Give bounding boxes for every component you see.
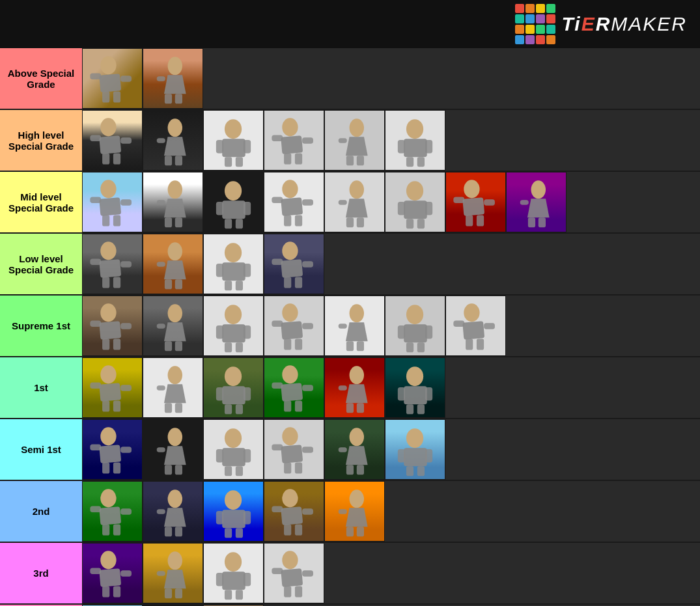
svg-rect-208 [284, 463, 291, 474]
svg-rect-229 [157, 509, 165, 514]
char-inner-1st-4 [264, 358, 324, 417]
svg-rect-30 [272, 135, 283, 141]
char-card-1st-3 [203, 357, 264, 418]
char-inner-sup-4 [264, 296, 324, 355]
svg-rect-203 [236, 466, 243, 476]
char-inner-above-1 [83, 49, 142, 108]
tier-row-above: Above Special Grade [0, 48, 700, 110]
svg-rect-166 [216, 387, 223, 401]
svg-rect-32 [284, 154, 291, 165]
char-card-semi-2 [143, 419, 203, 480]
char-card-low-2 [143, 234, 203, 294]
svg-rect-213 [346, 465, 354, 475]
char-inner-1st-1 [83, 358, 142, 417]
svg-rect-220 [417, 466, 425, 476]
svg-point-170 [282, 365, 298, 383]
svg-rect-151 [466, 339, 473, 350]
tier-label-1st: 1st [0, 357, 82, 418]
svg-rect-116 [120, 323, 132, 329]
svg-point-153 [100, 365, 116, 383]
svg-rect-94 [102, 277, 109, 288]
char-card-3rd-2 [143, 543, 203, 603]
tiermaker-logo: TiERMAKER [515, 4, 688, 44]
svg-rect-270 [284, 586, 291, 598]
svg-rect-99 [165, 279, 172, 289]
char-inner-low-3 [204, 234, 263, 294]
svg-point-79 [464, 180, 479, 198]
char-inner-sup-3 [204, 296, 263, 355]
svg-rect-201 [244, 449, 251, 463]
svg-marker-18 [164, 137, 186, 156]
svg-marker-211 [346, 446, 368, 465]
svg-rect-225 [102, 525, 109, 536]
svg-rect-184 [425, 387, 432, 401]
char-inner-high-6 [385, 111, 445, 170]
char-card-high-4 [264, 110, 324, 171]
svg-point-215 [406, 428, 423, 448]
svg-rect-20 [165, 156, 172, 165]
svg-rect-10 [175, 94, 182, 103]
char-inner-2nd-1 [83, 482, 142, 541]
svg-rect-83 [466, 215, 473, 227]
char-inner-2nd-2 [143, 482, 203, 541]
svg-rect-263 [244, 573, 251, 586]
tier-content-high [82, 110, 700, 171]
logo-grid [515, 4, 555, 44]
svg-point-198 [225, 428, 242, 448]
char-card-high-3 [203, 110, 264, 171]
char-inner-semi-2 [143, 420, 203, 479]
svg-rect-76 [425, 202, 432, 215]
char-inner-mid-5 [325, 172, 384, 232]
svg-rect-271 [295, 586, 302, 598]
char-card-2nd-3 [203, 481, 264, 542]
svg-rect-5 [113, 92, 120, 103]
svg-marker-194 [164, 446, 186, 465]
svg-rect-186 [417, 404, 425, 414]
svg-rect-172 [272, 383, 283, 389]
header-bar: TiERMAKER [0, 0, 700, 48]
svg-rect-168 [225, 404, 232, 414]
svg-point-164 [225, 366, 242, 386]
char-card-3rd-1 [82, 543, 143, 603]
svg-rect-158 [113, 401, 120, 412]
char-inner-above-2 [143, 49, 203, 108]
svg-rect-127 [244, 325, 251, 339]
svg-rect-202 [225, 466, 232, 476]
tier-rows: Above Special Grade High level Special G… [0, 48, 700, 606]
svg-marker-69 [346, 199, 368, 217]
svg-point-22 [225, 119, 242, 139]
svg-rect-105 [225, 281, 232, 290]
svg-rect-67 [295, 215, 302, 227]
char-inner-low-2 [143, 234, 203, 294]
svg-rect-103 [216, 264, 223, 277]
tier-label-2nd: 2nd [0, 481, 82, 542]
svg-marker-228 [164, 508, 186, 527]
char-card-sup-3 [203, 296, 264, 356]
svg-rect-122 [165, 341, 172, 351]
svg-rect-171 [281, 383, 303, 402]
char-card-sup-5 [324, 296, 385, 356]
svg-rect-27 [236, 157, 243, 167]
svg-rect-258 [165, 588, 172, 598]
svg-marker-86 [527, 199, 550, 217]
svg-rect-239 [281, 506, 303, 525]
svg-marker-97 [164, 260, 186, 279]
svg-point-51 [168, 180, 182, 199]
svg-point-90 [100, 241, 116, 260]
svg-rect-21 [175, 156, 182, 165]
svg-rect-13 [90, 135, 101, 141]
char-inner-mid-1 [83, 172, 142, 232]
svg-rect-106 [236, 281, 243, 290]
tier-row-supreme: Supreme 1st [0, 296, 700, 357]
svg-rect-82 [484, 199, 495, 205]
char-inner-mid-3 [204, 172, 263, 232]
svg-rect-104 [244, 264, 251, 277]
svg-rect-267 [281, 568, 303, 587]
char-inner-3rd-1 [83, 544, 142, 603]
char-card-1st-4 [264, 357, 324, 418]
svg-rect-40 [404, 139, 427, 157]
svg-rect-214 [357, 465, 364, 475]
svg-rect-36 [339, 138, 347, 143]
svg-point-17 [168, 118, 182, 137]
svg-rect-114 [99, 321, 121, 340]
